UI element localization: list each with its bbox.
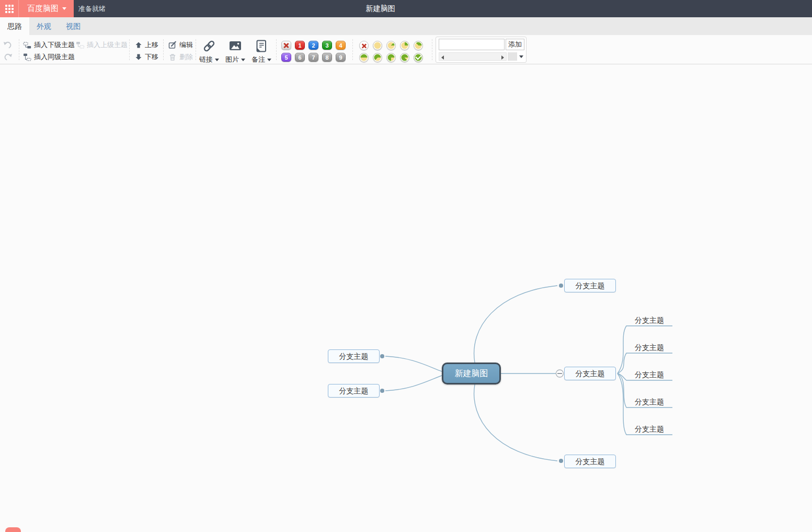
insert-parent-icon: [76, 41, 84, 49]
progress-6-8-button[interactable]: [386, 53, 396, 62]
priority-1-button[interactable]: 1: [295, 41, 305, 50]
note-label: 备注: [251, 55, 265, 64]
progress-7-8-button[interactable]: [400, 53, 409, 62]
separator: [129, 39, 130, 60]
tab-appearance[interactable]: 外观: [29, 17, 59, 35]
image-icon: [224, 38, 247, 53]
tab-ideas[interactable]: 思路: [0, 17, 29, 35]
progress-4-8-button[interactable]: [359, 53, 369, 62]
separator: [19, 39, 19, 60]
progress-5-8-button[interactable]: [373, 53, 382, 62]
tag-input[interactable]: [439, 39, 505, 50]
note-button[interactable]: 备注: [250, 38, 273, 64]
priority-4-button[interactable]: 4: [336, 41, 346, 50]
insert-child-label: 插入下级主题: [34, 40, 75, 50]
insert-sibling-label: 插入同级主题: [34, 52, 75, 62]
mindmap-connectors: [0, 65, 812, 532]
toolbar: 插入下级主题 插入上级主题 插入同级主题 上移 下移 编辑: [0, 35, 812, 64]
progress-0-button[interactable]: [373, 41, 382, 50]
tag-group: 添加: [436, 37, 527, 63]
brand-menu-button[interactable]: 百度脑图: [19, 0, 74, 17]
undo-icon: [3, 40, 13, 50]
separator: [276, 39, 277, 60]
tag-add-button[interactable]: 添加: [506, 39, 524, 50]
move-up-button[interactable]: 上移: [135, 40, 158, 50]
scroll-right-icon[interactable]: [501, 55, 504, 60]
redo-button[interactable]: [2, 51, 14, 63]
mindmap-canvas[interactable]: 新建脑图 分支主题 分支主题 分支主题 分支主题 分支主题 分支主题 分支主题 …: [0, 65, 812, 532]
priority-clear-button[interactable]: [281, 41, 291, 50]
progress-2-8-button[interactable]: [400, 41, 409, 50]
tag-scroll-thumb[interactable]: [508, 52, 517, 61]
chevron-down-icon: [241, 59, 245, 61]
arrow-up-icon: [135, 41, 142, 49]
sub-branch-node-2[interactable]: 分支主题: [626, 343, 672, 352]
sub-branch-node-3[interactable]: 分支主题: [626, 370, 672, 379]
progress-1-8-button[interactable]: [386, 41, 396, 50]
insert-parent-topic-button[interactable]: 插入上级主题: [76, 40, 128, 50]
priority-6-button[interactable]: 6: [295, 53, 305, 62]
edit-button[interactable]: 编辑: [168, 40, 193, 50]
tab-bar: 思路 外观 视图: [0, 17, 812, 35]
priority-7-button[interactable]: 7: [308, 53, 318, 62]
insert-parent-label: 插入上级主题: [87, 40, 128, 50]
branch-node-left-1[interactable]: 分支主题: [328, 349, 380, 363]
priority-3-button[interactable]: 3: [322, 41, 332, 50]
insert-sibling-icon: [23, 53, 31, 61]
brand-label: 百度脑图: [27, 4, 59, 14]
redo-icon: [3, 52, 13, 62]
sub-branch-node-4[interactable]: 分支主题: [626, 398, 672, 406]
priority-8-button[interactable]: 8: [322, 53, 332, 62]
separator: [163, 39, 164, 60]
document-title: 新建脑图: [0, 0, 761, 17]
separator: [352, 39, 353, 60]
check-icon: [415, 54, 421, 60]
connector-dot: [559, 459, 563, 463]
apps-grid-icon: [5, 5, 14, 13]
branch-node-right-middle[interactable]: 分支主题: [564, 367, 616, 380]
x-icon: [283, 42, 289, 48]
priority-5-button[interactable]: 5: [281, 53, 291, 62]
insert-child-icon: [23, 41, 31, 49]
move-down-button[interactable]: 下移: [135, 52, 158, 62]
priority-9-button[interactable]: 9: [336, 53, 346, 62]
link-icon: [198, 38, 221, 53]
progress-3-8-button[interactable]: [414, 41, 423, 50]
branch-node-right-bottom[interactable]: 分支主题: [564, 455, 616, 468]
chevron-down-icon: [267, 59, 271, 61]
image-label: 图片: [225, 55, 239, 64]
chevron-down-icon: [215, 59, 219, 61]
edit-icon: [168, 41, 177, 49]
tab-view[interactable]: 视图: [59, 17, 88, 35]
tag-dropdown-button[interactable]: [519, 55, 523, 58]
scroll-left-icon[interactable]: [441, 55, 444, 60]
arrow-down-icon: [135, 53, 142, 61]
sub-branch-node-5[interactable]: 分支主题: [626, 425, 672, 434]
x-icon: [361, 43, 367, 48]
top-bar: 百度脑图 准备就绪 新建脑图: [0, 0, 812, 17]
tag-scrollbar[interactable]: [439, 52, 507, 61]
progress-clear-button[interactable]: [359, 41, 369, 50]
link-label: 链接: [199, 55, 213, 64]
note-icon: [250, 38, 273, 53]
branch-node-left-2[interactable]: 分支主题: [328, 384, 380, 398]
priority-2-button[interactable]: 2: [308, 41, 318, 50]
image-button[interactable]: 图片: [224, 38, 247, 64]
undo-button[interactable]: [2, 39, 14, 51]
move-up-label: 上移: [145, 40, 158, 50]
brand-area: 百度脑图: [0, 0, 74, 17]
link-button[interactable]: 链接: [198, 38, 221, 64]
connector-dot: [380, 389, 384, 393]
corner-floating-button[interactable]: [5, 527, 21, 532]
edit-label: 编辑: [179, 40, 193, 50]
delete-label: 删除: [179, 52, 193, 62]
insert-child-topic-button[interactable]: 插入下级主题: [23, 40, 75, 50]
progress-done-button[interactable]: [414, 53, 423, 62]
apps-grid-button[interactable]: [0, 0, 19, 17]
root-node[interactable]: 新建脑图: [442, 363, 501, 384]
sub-branch-node-1[interactable]: 分支主题: [626, 316, 672, 325]
branch-node-right-top[interactable]: 分支主题: [564, 279, 616, 292]
connector-dot: [380, 354, 384, 358]
delete-button[interactable]: 删除: [168, 52, 193, 62]
insert-sibling-topic-button[interactable]: 插入同级主题: [23, 52, 75, 62]
